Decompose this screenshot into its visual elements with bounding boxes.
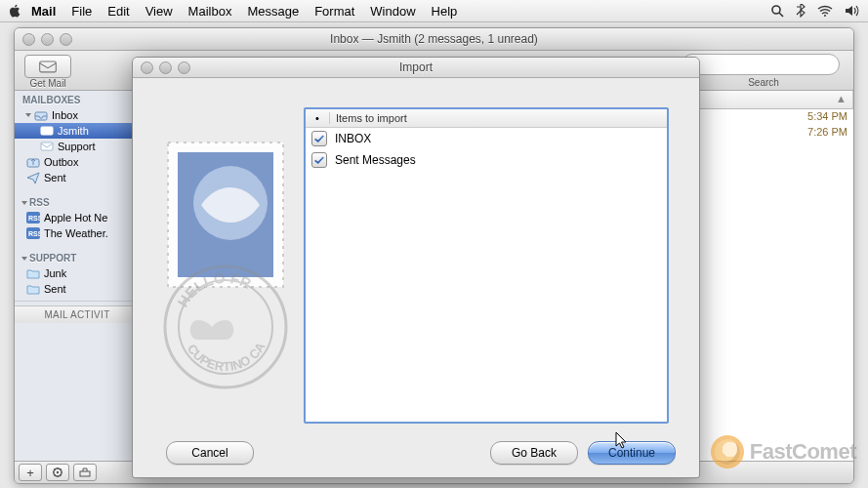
section-mailboxes: MAILBOXES (15, 91, 140, 107)
window-title: Inbox — Jsmith (2 messages, 1 unread) (15, 32, 853, 46)
sidebar-item-junk[interactable]: Junk (15, 265, 140, 281)
rss-icon: RSS (26, 227, 40, 239)
sidebar: MAILBOXES Inbox Jsmith Support Outbox Se… (15, 91, 141, 462)
checkbox-icon[interactable] (311, 131, 327, 146)
import-item-label: Sent Messages (335, 153, 416, 167)
menu-message[interactable]: Message (247, 4, 299, 19)
menu-app[interactable]: Mail (31, 4, 56, 19)
volume-icon[interactable] (845, 5, 860, 17)
rss-item-2-label: The Weather. (44, 227, 108, 239)
outbox-icon (26, 156, 40, 168)
svg-line-1 (779, 13, 783, 17)
watermark-icon (711, 435, 744, 468)
svg-rect-14 (80, 471, 90, 476)
checkbox-icon[interactable] (311, 152, 327, 168)
menu-edit[interactable]: Edit (107, 4, 129, 19)
bluetooth-icon[interactable] (796, 4, 806, 18)
postmark-icon: HELLO FR CUPERTINO CA (152, 254, 299, 400)
menu-file[interactable]: File (71, 4, 92, 19)
spotlight-icon[interactable] (770, 4, 784, 18)
search-input[interactable] (682, 54, 840, 75)
mail-activity-label: MAIL ACTIVIT (15, 305, 140, 323)
folder-icon (26, 267, 40, 279)
bullet-header: • (306, 112, 330, 124)
get-mail-button[interactable]: Get Mail (22, 53, 73, 89)
sidebar-support-label: Support (58, 141, 96, 152)
disclosure-icon[interactable] (25, 113, 31, 117)
cancel-button[interactable]: Cancel (166, 441, 254, 465)
sidebar-item-jsmith[interactable]: Jsmith (15, 123, 140, 139)
svg-point-13 (57, 471, 59, 473)
svg-text:RSS: RSS (28, 230, 40, 237)
svg-text:CUPERTINO CA: CUPERTINO CA (185, 339, 269, 374)
import-item-inbox[interactable]: INBOX (306, 128, 667, 149)
menu-format[interactable]: Format (314, 4, 354, 19)
search-label: Search (748, 77, 779, 88)
sidebar-item-inbox[interactable]: Inbox (15, 107, 140, 123)
menu-view[interactable]: View (145, 4, 173, 19)
sidebar-item-rss-2[interactable]: RSS The Weather. (15, 225, 140, 241)
sidebar-item-sent[interactable]: Sent (15, 170, 140, 185)
watermark: FastComet (711, 435, 856, 468)
svg-point-0 (772, 6, 780, 14)
import-item-label: INBOX (335, 132, 371, 145)
mailbox-icon (40, 125, 54, 137)
items-to-import-header: Items to import (330, 112, 407, 124)
go-back-button[interactable]: Go Back (490, 441, 578, 465)
import-list-header: • Items to import (306, 109, 667, 128)
import-dialog: Import HELLO FR CUPERTINO CA • Items to … (132, 57, 700, 478)
folder-icon (26, 283, 40, 295)
rss-icon: RSS (26, 212, 40, 224)
sidebar-item-rss-1[interactable]: RSS Apple Hot Ne (15, 210, 140, 225)
import-item-sent[interactable]: Sent Messages (306, 149, 667, 171)
sidebar-inbox-label: Inbox (52, 109, 78, 121)
continue-button[interactable]: Continue (588, 441, 676, 465)
mailbox-icon (40, 141, 54, 152)
sidebar-item-outbox[interactable]: Outbox (15, 154, 140, 170)
svg-rect-5 (41, 127, 53, 135)
section-rss: RSS (15, 193, 140, 210)
sidebar-outbox-label: Outbox (44, 156, 78, 168)
dialog-title: Import (133, 61, 699, 74)
menu-window[interactable]: Window (370, 4, 415, 19)
section-support: SUPPORT (15, 249, 140, 265)
action-button[interactable] (46, 464, 69, 481)
get-mail-label: Get Mail (29, 78, 65, 89)
sent-icon (26, 172, 40, 183)
import-listbox: • Items to import INBOX Sent Messages (304, 107, 669, 424)
support-junk-label: Junk (44, 267, 66, 279)
rss-item-1-label: Apple Hot Ne (44, 212, 107, 224)
svg-rect-6 (41, 142, 53, 150)
add-button[interactable]: + (19, 464, 42, 481)
menu-help[interactable]: Help (432, 4, 458, 19)
support-sent-label: Sent (44, 283, 66, 295)
sidebar-jsmith-label: Jsmith (58, 125, 89, 137)
wifi-icon[interactable] (817, 5, 833, 17)
svg-point-2 (824, 15, 826, 17)
sidebar-sent-label: Sent (44, 172, 66, 183)
menu-mailbox[interactable]: Mailbox (188, 4, 232, 19)
svg-rect-3 (40, 61, 57, 72)
svg-text:RSS: RSS (28, 215, 40, 222)
svg-text:HELLO FR: HELLO FR (174, 269, 254, 310)
sidebar-item-support[interactable]: Support (15, 139, 140, 154)
activity-toggle-button[interactable] (73, 464, 97, 481)
inbox-icon (34, 109, 48, 121)
menubar: Mail File Edit View Mailbox Message Form… (0, 0, 868, 22)
watermark-text: FastComet (750, 439, 856, 465)
sidebar-item-sent2[interactable]: Sent (15, 281, 140, 297)
window-titlebar: Inbox — Jsmith (2 messages, 1 unread) (15, 28, 853, 51)
apple-menu-icon[interactable] (8, 4, 21, 18)
